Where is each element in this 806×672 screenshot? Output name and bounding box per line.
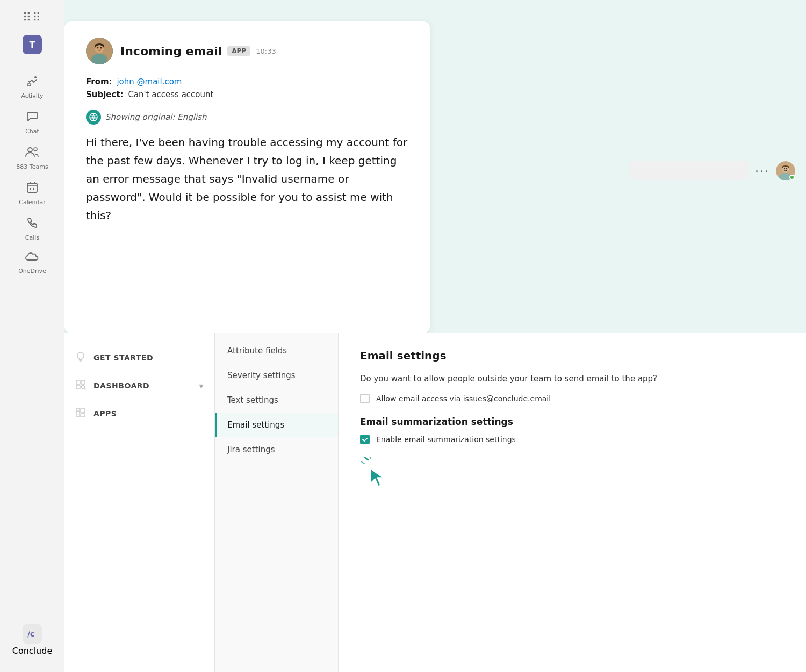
nav-apps[interactable]: APPS [64,400,214,428]
dashboard-left: DASHBOARD [75,379,149,392]
email-settings-description: Do you want to allow people outside your… [360,373,785,385]
online-status-dot [789,175,795,180]
nav-dashboard[interactable]: DASHBOARD ▾ [64,372,214,400]
onedrive-label: OneDrive [18,268,46,274]
svg-rect-25 [76,408,80,410]
chat-icon [26,110,39,126]
list-item-email-settings[interactable]: Email settings [215,413,338,437]
allow-email-label: Allow email access via issues@conclude.e… [376,394,551,403]
teams-icon [25,146,40,161]
allow-email-checkbox[interactable] [360,394,370,403]
teams-sidebar: ⠿⠿ T Activity Chat [0,0,64,672]
lightbulb-icon [75,351,86,364]
from-label: From: [86,77,112,86]
conclude-label: Conclude [12,646,52,656]
activity-label: Activity [21,92,43,99]
cursor-icon [370,468,386,489]
sidebar-item-teams[interactable]: 883 Teams [0,140,64,176]
list-item-attribute-fields[interactable]: Attribute fields [215,338,338,363]
sidebar-bottom: /c Conclude [0,619,64,661]
settings-content: Email settings Do you want to allow peop… [339,333,806,672]
svg-point-1 [28,148,32,152]
sidebar-item-activity[interactable]: Activity [0,69,64,105]
message-title: Incoming email [120,45,222,58]
cursor-animation-area [360,457,403,500]
summarization-checkbox-row: Enable email summarization settings [360,435,785,444]
summarization-checkbox[interactable] [360,435,370,444]
nav-get-started[interactable]: GET STARTED [64,344,214,372]
list-item-text-settings[interactable]: Text settings [215,388,338,413]
list-item-severity-settings[interactable]: Severity settings [215,363,338,388]
activity-icon [26,75,39,90]
subject-line: Subject: Can't access account [86,88,408,101]
list-item-jira-settings[interactable]: Jira settings [215,437,338,462]
email-message-card: Incoming email APP 10:33 From: john @mai… [64,21,430,333]
message-meta: From: john @mail.com Subject: Can't acce… [86,75,408,101]
svg-text:/c: /c [27,630,34,638]
calendar-icon [26,181,39,197]
app-container: ⠿⠿ T Activity Chat [0,0,806,672]
main-content: Incoming email APP 10:33 From: john @mai… [64,0,806,672]
apps-label: APPS [93,409,117,418]
svg-rect-0 [27,84,31,86]
onedrive-icon [25,252,39,265]
svg-rect-23 [81,408,85,413]
subject-label: Subject: [86,90,124,99]
svg-point-11 [100,47,102,49]
top-right-controls: ··· [630,161,795,180]
message-time: 10:33 [256,47,276,55]
svg-rect-19 [81,380,85,384]
subject-text: Can't access account [128,90,213,99]
svg-point-2 [34,148,37,151]
globe-icon [86,110,101,125]
from-email[interactable]: john @mail.com [117,77,182,86]
svg-line-26 [364,457,368,460]
teams-app-icon[interactable]: T [23,35,42,54]
calls-label: Calls [25,234,39,241]
svg-rect-4 [30,188,31,190]
sidebar-item-calendar[interactable]: Calendar [0,176,64,211]
sidebar-item-onedrive[interactable]: OneDrive [0,247,64,280]
message-title-group: Incoming email APP 10:33 [120,45,276,58]
settings-navigation: GET STARTED [64,333,215,672]
email-summarization-title: Email summarization settings [360,416,785,427]
svg-rect-3 [27,183,37,192]
sidebar-item-chat[interactable]: Chat [0,105,64,140]
svg-line-28 [361,461,364,464]
svg-point-17 [786,168,787,169]
apps-icon [75,407,86,420]
more-options-button[interactable]: ··· [755,164,769,178]
settings-panel: GET STARTED [64,333,806,672]
chat-label: Chat [25,128,39,135]
language-indicator: Showing original: English [86,110,408,125]
email-body: Hi there, I've been having trouble acces… [86,133,408,225]
dashboard-label: DASHBOARD [93,381,149,390]
svg-rect-18 [76,380,80,384]
svg-rect-22 [76,411,80,417]
search-bar[interactable] [630,161,749,180]
sidebar-item-calls[interactable]: Calls [0,211,64,247]
sender-avatar [86,38,113,64]
svg-point-9 [91,54,107,64]
user-avatar-container [776,161,795,180]
from-line: From: john @mail.com [86,75,408,88]
teams-label: 883 Teams [16,163,48,170]
allow-email-checkbox-row: Allow email access via issues@conclude.e… [360,394,785,403]
svg-rect-5 [33,188,34,190]
svg-rect-20 [76,385,80,389]
svg-point-10 [97,47,99,49]
grid-dots-icon[interactable]: ⠿⠿ [23,11,42,24]
chevron-down-icon: ▾ [199,381,204,391]
conclude-app-icon[interactable]: /c [23,624,42,644]
email-settings-title: Email settings [360,349,785,362]
calendar-label: Calendar [19,199,45,206]
settings-list: Attribute fields Severity settings Text … [215,333,339,672]
summarization-label: Enable email summarization settings [376,435,516,444]
svg-line-27 [370,457,371,459]
language-text: Showing original: English [105,112,207,122]
app-badge: APP [227,46,250,56]
calls-icon [26,216,39,232]
get-started-label: GET STARTED [93,353,153,362]
dashboard-icon [75,379,86,392]
message-header: Incoming email APP 10:33 [86,38,408,64]
